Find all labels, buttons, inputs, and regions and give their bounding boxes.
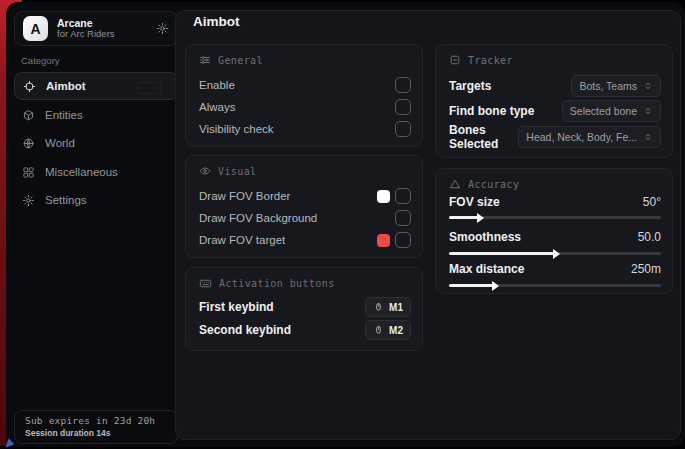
crosshair-icon [23, 80, 37, 93]
dropdown-value: Bots, Teams [579, 80, 637, 92]
sidebar-item-label: Entities [45, 109, 83, 121]
brand-card: A Arcane for Arc Riders [14, 11, 178, 46]
general-card: General Enable Always Visibility check [185, 44, 423, 147]
draw-fov-background-checkbox[interactable] [395, 210, 411, 226]
row-label: Draw FOV Background [199, 212, 317, 224]
activation-card: Activation buttons First keybind M1 Seco… [185, 267, 423, 351]
row-label: Always [199, 101, 235, 113]
targets-dropdown[interactable]: Bots, Teams [571, 75, 661, 97]
slider-thumb[interactable] [477, 213, 484, 223]
aimbot-hint-badge [137, 82, 161, 94]
slider-thumb[interactable] [553, 249, 560, 259]
keybind-value: M2 [389, 325, 403, 336]
max-distance-value: 250m [631, 262, 661, 276]
card-title: Accuracy [468, 179, 519, 190]
chevrons-up-down-icon [643, 106, 653, 116]
sidebar-item-settings[interactable]: Settings [14, 186, 178, 214]
card-title: Visual [218, 166, 257, 177]
accuracy-card: Accuracy FOV size 50° Smoothness 50.0 Ma… [435, 168, 673, 294]
eye-icon [199, 165, 211, 177]
dropdown-value: Selected bone [570, 105, 637, 117]
row-label: Bones Selected [449, 123, 518, 151]
row-label: Draw FOV target [199, 234, 285, 246]
keybind-value: M1 [389, 302, 403, 313]
max-distance-slider[interactable] [449, 284, 661, 287]
visual-card: Visual Draw FOV Border Draw FOV Backgrou… [185, 155, 423, 258]
enable-checkbox[interactable] [395, 77, 411, 93]
find-bone-type-dropdown[interactable]: Selected bone [562, 100, 661, 122]
subscription-card: Sub expires in 23d 20h Session duration … [14, 410, 178, 444]
sidebar-item-label: Aimbot [46, 80, 86, 92]
scan-icon [449, 54, 461, 66]
card-title: General [218, 55, 263, 66]
row-label: Smoothness [449, 230, 521, 244]
row-label: First keybind [199, 300, 274, 314]
row-label: Second keybind [199, 323, 291, 337]
grid-icon [22, 166, 36, 179]
row-label: Visibility check [199, 123, 274, 135]
first-keybind-button[interactable]: M1 [365, 297, 411, 317]
session-duration-text: Session duration 14s [25, 428, 167, 438]
gear-icon[interactable] [156, 22, 169, 35]
chevrons-up-down-icon [643, 81, 653, 91]
sidebar-item-world[interactable]: World [14, 129, 178, 157]
fov-border-color-swatch[interactable] [377, 190, 390, 203]
chevrons-up-down-icon [643, 132, 653, 142]
tracker-card: Tracker Targets Bots, Teams Find bone ty… [435, 44, 673, 158]
category-label: Category [21, 55, 60, 66]
sliders-icon [199, 54, 211, 66]
keyboard-icon [199, 277, 212, 290]
mouse-icon [373, 302, 384, 313]
sidebar-item-entities[interactable]: Entities [14, 101, 178, 129]
card-title: Activation buttons [219, 278, 335, 289]
sidebar-item-label: World [45, 137, 75, 149]
mouse-icon [373, 325, 384, 336]
sub-expires-text: Sub expires in 23d 20h [25, 415, 167, 426]
draw-fov-border-checkbox[interactable] [395, 188, 411, 204]
row-label: Max distance [449, 262, 524, 276]
slider-thumb[interactable] [492, 281, 499, 291]
row-label: Find bone type [449, 104, 534, 118]
draw-fov-target-checkbox[interactable] [395, 232, 411, 248]
row-label: Enable [199, 79, 235, 91]
app-window: A Arcane for Arc Riders Category Aimbot [0, 0, 685, 449]
smoothness-value: 50.0 [638, 230, 661, 244]
sidebar-item-miscellaneous[interactable]: Miscellaneous [14, 158, 178, 186]
sidebar-item-aimbot[interactable]: Aimbot [14, 72, 178, 100]
triangle-icon [449, 178, 461, 190]
row-label: Draw FOV Border [199, 190, 290, 202]
mouse-cursor [6, 438, 16, 449]
cube-icon [22, 109, 36, 122]
row-label: FOV size [449, 195, 500, 209]
sidebar-item-label: Miscellaneous [45, 166, 118, 178]
gear-icon [22, 194, 36, 207]
visibility-check-checkbox[interactable] [395, 121, 411, 137]
row-label: Targets [449, 79, 491, 93]
page-title: Aimbot [193, 14, 240, 29]
brand-logo: A [23, 16, 48, 41]
second-keybind-button[interactable]: M2 [365, 320, 411, 340]
smoothness-slider[interactable] [449, 252, 661, 255]
sidebar-item-label: Settings [45, 194, 87, 206]
dropdown-value: Head, Neck, Body, Fe... [526, 131, 637, 143]
fov-size-value: 50° [643, 195, 661, 209]
globe-icon [22, 137, 36, 150]
bones-selected-dropdown[interactable]: Head, Neck, Body, Fe... [518, 126, 661, 148]
brand-subtitle: for Arc Riders [57, 29, 115, 40]
fov-size-slider[interactable] [449, 216, 661, 219]
card-title: Tracker [468, 55, 513, 66]
fov-target-color-swatch[interactable] [377, 234, 390, 247]
always-checkbox[interactable] [395, 99, 411, 115]
